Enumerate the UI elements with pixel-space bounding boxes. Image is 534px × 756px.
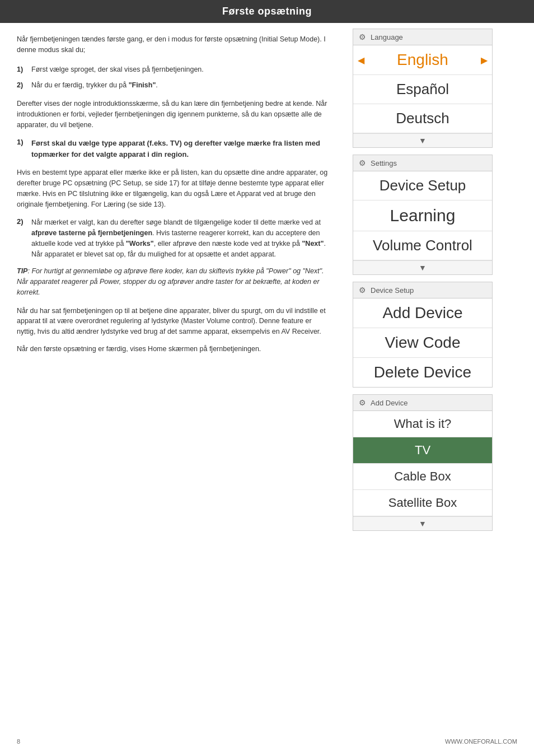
add-device-header-label: Add Device [371,399,407,407]
bottom-paragraph-2: Når den første opsætning er færdig, vise… [17,344,330,354]
language-gear-icon: ⚙ [359,32,366,41]
title-text: Første opsætning [222,6,312,17]
tip-text: : For hurtigt at gennemløbe og afprøve f… [17,267,324,296]
device-setup-delete-label: Delete Device [374,363,471,381]
language-section: ⚙ Language ◀ English ▶ Español Deutsch ▼ [353,29,493,148]
language-english[interactable]: ◀ English ▶ [353,45,492,75]
bold-step-1-text: Først skal du vælge type apparat (f.eks.… [31,138,330,160]
settings-learning[interactable]: Learning [353,200,492,231]
mid-paragraph-1: Derefter vises der nogle introduktionssk… [17,99,330,130]
add-device-cable-box-label: Cable Box [394,469,451,483]
initial-steps: 1) Først vælge sproget, der skal vises p… [17,64,330,91]
tip-paragraph: TIP: For hurtigt at gennemløbe og afprøv… [17,266,330,297]
settings-gear-icon: ⚙ [359,158,366,167]
add-device-satellite-box[interactable]: Satellite Box [353,490,492,516]
add-device-tv-label: TV [415,443,430,457]
add-device-scroll-down[interactable]: ▼ [353,516,492,530]
settings-device-setup[interactable]: Device Setup [353,171,492,200]
bottom-paragraph-1: Når du har sat fjernbetjeningen op til a… [17,306,330,337]
language-scroll-down[interactable]: ▼ [353,133,492,147]
add-device-gear-icon: ⚙ [359,398,366,407]
settings-volume-control[interactable]: Volume Control [353,231,492,260]
device-setup-header-label: Device Setup [371,286,414,295]
bold-step-2-num: 2) [17,217,28,259]
add-device-satellite-box-label: Satellite Box [388,496,457,510]
finish-bold: "Finish" [129,81,156,89]
device-setup-add-label: Add Device [382,304,462,321]
add-device-section-header: ⚙ Add Device [353,395,492,411]
page-title: Første opsætning [0,0,534,23]
intro-paragraph: Når fjernbetjeningen tændes første gang,… [17,34,330,55]
page-number: 8 [17,738,20,745]
settings-volume-control-label: Volume Control [373,237,472,254]
language-deutsch[interactable]: Deutsch [353,104,492,133]
settings-scroll-down[interactable]: ▼ [353,260,492,274]
add-device-what-label: What is it? [394,417,452,431]
bold-step-1-num: 1) [17,138,28,160]
step-1-num: 1) [17,64,28,75]
page-footer: 8 WWW.ONEFORALL.COM [17,738,517,745]
language-section-header: ⚙ Language [353,29,492,45]
settings-header-label: Settings [371,159,397,167]
bold-phrase: afprøve tasterne på fjernbetjeningen [31,229,152,237]
settings-device-setup-label: Device Setup [380,177,466,194]
step-1-text: Først vælge sproget, der skal vises på f… [31,64,330,75]
device-setup-section-header: ⚙ Device Setup [353,282,492,298]
language-espanol-label: Español [396,81,449,97]
step-2: 2) Når du er færdig, trykker du på "Fini… [17,80,330,91]
settings-section-header: ⚙ Settings [353,155,492,171]
device-setup-add[interactable]: Add Device [353,298,492,328]
device-setup-gear-icon: ⚙ [359,286,366,295]
add-device-tv[interactable]: TV [353,437,492,464]
settings-learning-label: Learning [390,206,456,225]
bold-step-1-container: 1) Først skal du vælge type apparat (f.e… [17,138,330,160]
works-bold: "Works" [126,240,154,248]
step-2-num: 2) [17,80,28,91]
website-url: WWW.ONEFORALL.COM [445,738,517,745]
device-setup-view-code[interactable]: View Code [353,328,492,358]
add-device-section: ⚙ Add Device What is it? TV Cable Box Sa… [353,394,493,531]
add-device-cable-box[interactable]: Cable Box [353,464,492,490]
language-header-label: Language [371,33,403,41]
next-bold: "Next" [302,240,324,248]
left-content: Når fjernbetjeningen tændes første gang,… [0,23,347,543]
step-1: 1) Først vælge sproget, der skal vises p… [17,64,330,75]
bold-step-2-text: Når mærket er valgt, kan du derefter søg… [31,217,330,259]
device-setup-view-code-label: View Code [385,334,461,351]
step-2-text: Når du er færdig, trykker du på "Finish"… [31,80,330,91]
chevron-left-icon: ◀ [358,55,364,66]
add-device-what[interactable]: What is it? [353,411,492,437]
language-english-label: English [397,51,448,68]
mid-paragraph-2: Hvis en bestemt type apparat eller mærke… [17,167,330,209]
chevron-right-icon: ▶ [481,55,488,66]
bold-step-1: 1) Først skal du vælge type apparat (f.e… [17,138,330,160]
tip-label: TIP [17,267,27,275]
language-deutsch-label: Deutsch [396,110,449,127]
device-setup-section: ⚙ Device Setup Add Device View Code Dele… [353,282,493,388]
device-setup-delete[interactable]: Delete Device [353,358,492,387]
right-panel: ⚙ Language ◀ English ▶ Español Deutsch ▼… [347,23,498,543]
language-espanol[interactable]: Español [353,75,492,104]
settings-section: ⚙ Settings Device Setup Learning Volume … [353,155,493,275]
bold-step-2: 2) Når mærket er valgt, kan du derefter … [17,217,330,259]
